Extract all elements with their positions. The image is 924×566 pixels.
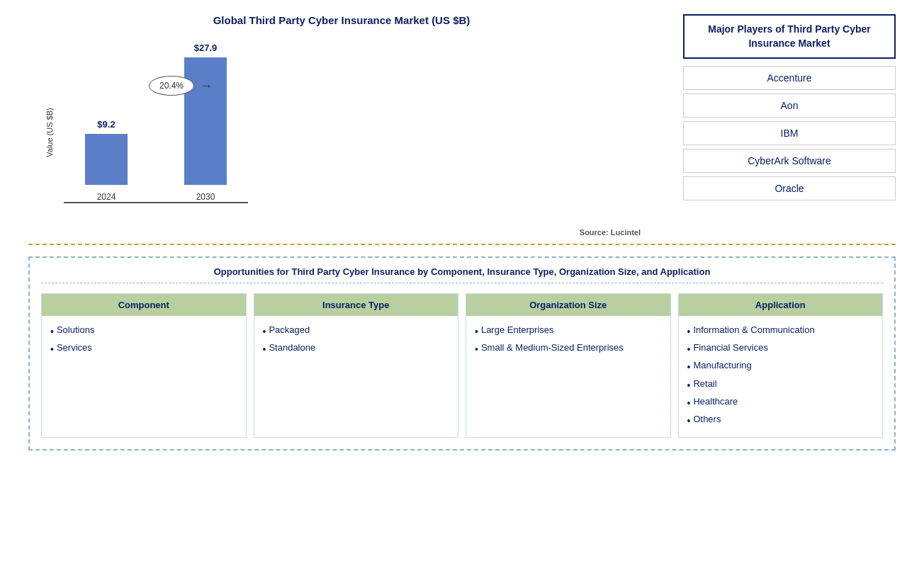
bar-label-2030: 2030 bbox=[196, 192, 215, 202]
source-text: Source: Lucintel bbox=[28, 228, 655, 237]
bullet-solutions: • bbox=[50, 323, 54, 341]
column-header-component: Component bbox=[42, 294, 246, 316]
major-players-title: Major Players of Third Party Cyber Insur… bbox=[683, 14, 896, 59]
column-items-org-size: • Large Enterprises • Small & Medium-Siz… bbox=[466, 323, 670, 358]
chart-wrapper: Value (US $B) 20.4% → $9.2 2024 bbox=[28, 40, 655, 225]
bullet-services: • bbox=[50, 341, 54, 358]
page-container: Global Third Party Cyber Insurance Marke… bbox=[0, 0, 924, 566]
column-items-component: • Solutions • Services bbox=[42, 323, 246, 358]
column-header-application: Application bbox=[679, 294, 883, 316]
item-text-healthcare: Healthcare bbox=[693, 395, 738, 409]
section-divider bbox=[28, 244, 896, 245]
item-text-sme: Small & Medium-Sized Enterprises bbox=[481, 341, 624, 355]
major-players-area: Major Players of Third Party Cyber Insur… bbox=[683, 14, 896, 204]
cagr-annotation: 20.4% → bbox=[149, 76, 213, 96]
item-solutions: • Solutions bbox=[50, 323, 237, 341]
item-info-comm: • Information & Communication bbox=[687, 323, 874, 341]
item-financial: • Financial Services bbox=[687, 341, 874, 358]
bullet-manufacturing: • bbox=[687, 358, 691, 376]
column-header-org-size: Organization Size bbox=[466, 294, 670, 316]
bullet-retail: • bbox=[687, 377, 691, 395]
item-others: • Others bbox=[687, 412, 874, 430]
column-items-insurance-type: • Packaged • Standalone bbox=[254, 323, 458, 358]
item-manufacturing: • Manufacturing bbox=[687, 358, 874, 376]
bar-label-2024: 2024 bbox=[97, 192, 116, 202]
bullet-others: • bbox=[687, 412, 691, 430]
bars-container: 20.4% → $9.2 2024 $27.9 2030 bbox=[64, 47, 248, 203]
bullet-standalone: • bbox=[263, 341, 266, 358]
column-header-insurance-type: Insurance Type bbox=[254, 294, 458, 316]
chart-area: Global Third Party Cyber Insurance Marke… bbox=[28, 14, 655, 237]
player-aon: Aon bbox=[683, 94, 896, 118]
bar-value-2024: $9.2 bbox=[97, 119, 115, 130]
item-text-financial: Financial Services bbox=[693, 341, 768, 355]
column-items-application: • Information & Communication • Financia… bbox=[679, 323, 883, 430]
item-text-info-comm: Information & Communication bbox=[693, 323, 814, 337]
player-oracle: Oracle bbox=[683, 176, 896, 200]
bar-group-2024: $9.2 2024 bbox=[85, 119, 128, 202]
opportunities-title: Opportunities for Third Party Cyber Insu… bbox=[41, 266, 883, 283]
bullet-info-comm: • bbox=[687, 323, 691, 341]
item-services: • Services bbox=[50, 341, 237, 358]
player-cyberark: CyberArk Software bbox=[683, 149, 896, 173]
column-application: Application • Information & Communicatio… bbox=[678, 293, 884, 438]
cagr-arrow: → bbox=[200, 79, 213, 94]
item-packaged: • Packaged bbox=[263, 323, 450, 341]
cagr-ellipse: 20.4% bbox=[149, 76, 194, 96]
item-healthcare: • Healthcare bbox=[687, 395, 874, 412]
bullet-sme: • bbox=[475, 341, 478, 358]
bullet-packaged: • bbox=[263, 323, 266, 341]
chart-title: Global Third Party Cyber Insurance Marke… bbox=[28, 14, 655, 26]
bullet-healthcare: • bbox=[687, 395, 691, 412]
bar-2024 bbox=[85, 134, 128, 185]
item-text-manufacturing: Manufacturing bbox=[693, 358, 751, 373]
columns-row: Component • Solutions • Services Insuran… bbox=[41, 293, 883, 438]
item-text-large: Large Enterprises bbox=[481, 323, 554, 337]
item-text-packaged: Packaged bbox=[269, 323, 310, 337]
column-component: Component • Solutions • Services bbox=[41, 293, 247, 438]
bar-group-2030: $27.9 2030 bbox=[184, 43, 227, 202]
player-accenture: Accenture bbox=[683, 66, 896, 90]
bar-value-2030: $27.9 bbox=[194, 43, 218, 53]
item-text-solutions: Solutions bbox=[57, 323, 94, 337]
bullet-financial: • bbox=[687, 341, 691, 358]
item-standalone: • Standalone bbox=[263, 341, 450, 358]
item-text-others: Others bbox=[693, 412, 721, 426]
column-org-size: Organization Size • Large Enterprises • … bbox=[466, 293, 671, 438]
item-text-retail: Retail bbox=[693, 377, 716, 391]
bottom-section: Opportunities for Third Party Cyber Insu… bbox=[28, 256, 896, 451]
player-ibm: IBM bbox=[683, 121, 896, 145]
y-axis-label: Value (US $B) bbox=[45, 108, 54, 157]
item-large-enterprises: • Large Enterprises bbox=[475, 323, 662, 341]
column-insurance-type: Insurance Type • Packaged • Standalone bbox=[254, 293, 459, 438]
item-text-services: Services bbox=[57, 341, 92, 355]
item-sme: • Small & Medium-Sized Enterprises bbox=[475, 341, 662, 358]
bullet-large: • bbox=[475, 323, 478, 341]
item-text-standalone: Standalone bbox=[269, 341, 315, 355]
top-section: Global Third Party Cyber Insurance Marke… bbox=[28, 14, 896, 237]
item-retail: • Retail bbox=[687, 377, 874, 395]
